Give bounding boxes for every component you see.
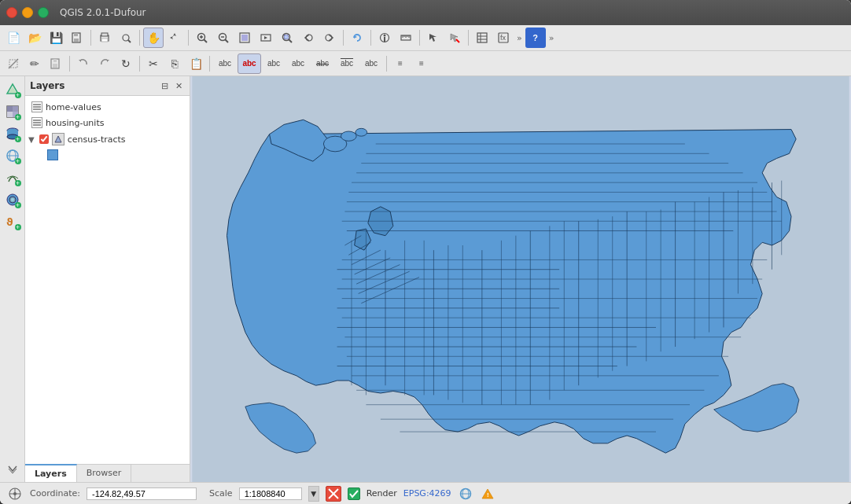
tab-browser[interactable]: Browser [77, 465, 132, 482]
layer-item-home-values[interactable]: home-values [25, 99, 190, 115]
add-wms-button[interactable]: + [2, 145, 23, 166]
toolbar-sep-10 [209, 56, 210, 72]
label-btn-abc-active[interactable]: abc [238, 53, 261, 74]
layers-header: Layers ⊟ ✕ [25, 76, 190, 96]
new-project-button[interactable]: 📄 [3, 28, 24, 48]
open-project-button[interactable]: 📂 [24, 28, 45, 48]
label-btn-abc6[interactable]: abc [359, 53, 383, 74]
census-tracts-visibility-checkbox[interactable] [39, 134, 49, 144]
main-content: + + + + + + ϑ + [0, 76, 851, 482]
open-attr-button[interactable] [472, 28, 492, 48]
expand-tools-button[interactable] [2, 458, 23, 479]
layer-item-housing-units[interactable]: housing-units [25, 115, 190, 131]
zoom-prev-button[interactable] [298, 28, 319, 48]
minimize-button[interactable] [22, 7, 33, 18]
layer-item-census-tracts[interactable]: ▼ census-tracts [25, 131, 190, 148]
scale-dropdown-button[interactable]: ▼ [308, 486, 319, 502]
save-as-button[interactable] [67, 28, 87, 48]
svg-rect-2 [74, 33, 78, 36]
cut-button[interactable]: ✂ [143, 53, 164, 74]
add-postgis-button[interactable]: + [2, 123, 23, 144]
zoom-out-button[interactable] [213, 28, 234, 48]
help-button[interactable]: ? [525, 28, 546, 48]
add-badge-delimited: + [15, 224, 21, 230]
census-tracts-expand-icon[interactable]: ▼ [28, 135, 35, 144]
label-btn-abc3[interactable]: abc [286, 53, 310, 74]
layers-close-button[interactable]: ✕ [172, 79, 185, 92]
svg-rect-37 [477, 33, 487, 42]
layer-name-home-values: home-values [46, 102, 101, 112]
label-btn-abc1[interactable]: abc [213, 53, 237, 74]
edit-pencil-button[interactable]: ✏ [24, 53, 45, 74]
add-raster-layer-button[interactable]: + [2, 101, 23, 122]
svg-rect-4 [101, 33, 108, 36]
add-vector-layer-button[interactable]: + [2, 79, 23, 100]
maximize-button[interactable] [38, 7, 49, 18]
svg-rect-5 [101, 39, 108, 42]
toolbar-more-1[interactable]: » [514, 33, 525, 43]
crs-settings-button[interactable] [458, 486, 473, 502]
warnings-button[interactable]: ! [480, 486, 495, 502]
zoom-select-button[interactable] [277, 28, 297, 48]
zoom-in-button[interactable] [192, 28, 212, 48]
rotate-button[interactable]: ↻ [116, 53, 136, 74]
add-badge-postgis: + [15, 136, 21, 142]
zoom-layer-button[interactable] [256, 28, 276, 48]
label-btn-abc5[interactable]: abc [335, 53, 359, 74]
refresh-button[interactable] [347, 28, 367, 48]
svg-rect-56 [13, 106, 18, 112]
no-render-button[interactable] [326, 486, 341, 502]
svg-rect-18 [241, 35, 248, 41]
add-badge-vector: + [15, 92, 21, 98]
undo-button[interactable] [73, 53, 94, 74]
epsg-label[interactable]: EPSG:4269 [403, 488, 451, 498]
print-button[interactable] [94, 28, 115, 48]
select-button[interactable] [423, 28, 444, 48]
deselect-button[interactable] [444, 28, 465, 48]
layers-list: home-values housing-units ▼ censu [25, 96, 190, 464]
zoom-full-button[interactable] [234, 28, 255, 48]
zoom-next-button[interactable] [319, 28, 340, 48]
window-title: QGIS 2.0.1-Dufour [60, 7, 146, 18]
paste-button[interactable]: 📋 [186, 53, 206, 74]
label-unpin-button[interactable]: ≡ [411, 53, 432, 74]
field-calc-button[interactable]: fx [493, 28, 514, 48]
census-tracts-feature-icon [52, 133, 64, 145]
tab-layers[interactable]: Layers [25, 464, 77, 482]
svg-rect-47 [53, 59, 57, 62]
redo-button[interactable] [94, 53, 115, 74]
pan-map-button[interactable] [164, 28, 185, 48]
svg-rect-46 [53, 64, 57, 68]
close-button[interactable] [6, 7, 17, 18]
toolbar-more-2[interactable]: » [547, 33, 557, 43]
print-composer-button[interactable] [116, 28, 136, 48]
svg-line-15 [225, 39, 228, 42]
label-btn-abc4[interactable]: abc [311, 53, 334, 74]
coord-input[interactable]: -124.82,49.57 [87, 487, 197, 500]
status-location-icon [6, 485, 24, 502]
svg-point-25 [326, 35, 332, 41]
add-delimited-button[interactable]: ϑ + [2, 212, 23, 232]
identify-button[interactable] [374, 28, 395, 48]
label-pin-button[interactable]: ≡ [390, 53, 411, 74]
add-wcs-button[interactable]: + [2, 189, 23, 210]
save-layer-button[interactable] [46, 53, 66, 74]
save-project-button[interactable]: 💾 [46, 28, 66, 48]
titlebar: QGIS 2.0.1-Dufour [0, 0, 851, 25]
label-btn-abc2[interactable]: abc [262, 53, 286, 74]
toolbar-sep-6 [419, 30, 420, 46]
svg-line-44 [9, 59, 18, 68]
current-edits-button[interactable] [3, 53, 24, 74]
copy-button[interactable]: ⎘ [164, 53, 185, 74]
scale-input[interactable] [239, 487, 302, 500]
svg-line-36 [456, 39, 459, 42]
layers-panel: Layers ⊟ ✕ home-values [25, 76, 190, 482]
add-wfs-button[interactable]: + [2, 167, 23, 188]
map-canvas[interactable] [190, 76, 851, 482]
pan-tool-button[interactable]: ✋ [143, 28, 164, 48]
main-window: QGIS 2.0.1-Dufour 📄 📂 💾 ✋ [0, 0, 851, 504]
layers-dock-button[interactable]: ⊟ [158, 79, 171, 92]
measure-button[interactable] [396, 28, 416, 48]
render-checkbox[interactable] [348, 487, 360, 500]
coord-label: Coordinate: [30, 488, 80, 498]
